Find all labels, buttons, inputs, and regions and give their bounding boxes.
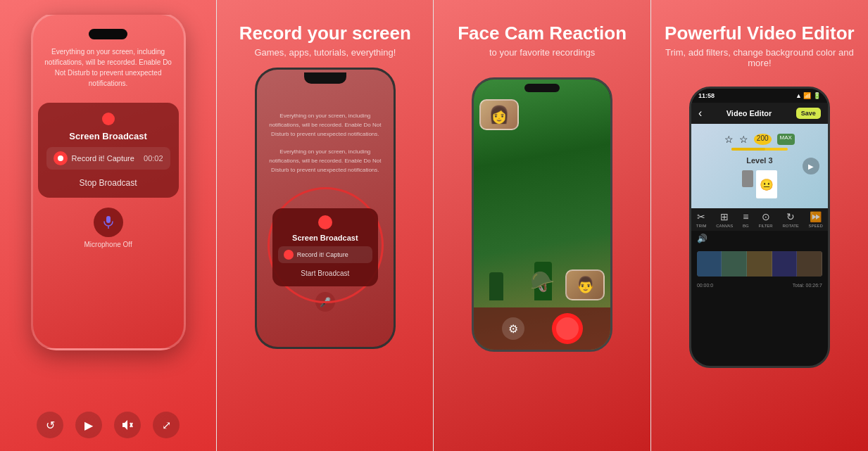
mic-button[interactable]	[94, 208, 123, 237]
svg-point-0	[58, 155, 63, 161]
rotate-tool[interactable]: ↻ ROTATE	[782, 211, 798, 228]
start-broadcast-button[interactable]: Start Broadcast	[301, 267, 349, 279]
phone-mockup-3: 👩 🪖 👨 ⚙	[472, 77, 612, 352]
phone-mockup-1: Everything on your screen, including not…	[31, 13, 186, 350]
record-it-icon	[54, 151, 68, 165]
timeline-end: Total: 00:26:7	[793, 283, 822, 288]
game-controls-bar: ⚙	[474, 307, 610, 350]
popup-row-label: Record it! Capture	[297, 251, 348, 258]
broadcast-card: Screen Broadcast Record it! Capture 00:0…	[38, 103, 179, 198]
timeline-seg-1	[697, 251, 722, 277]
panel-3-title: Face Cam Reaction	[458, 23, 627, 44]
mic-btn-small[interactable]: 🎤	[315, 292, 335, 312]
panel-video-editor: Powerful Video Editor Trim, add filters,…	[651, 0, 868, 451]
progress-bar	[731, 148, 788, 151]
trim-tool[interactable]: ✂ TRIM	[696, 211, 707, 228]
stop-broadcast-button[interactable]: Stop Broadcast	[80, 175, 137, 191]
editor-title: Video Editor	[727, 109, 772, 117]
timeline-seg-5	[797, 251, 822, 277]
timeline-labels: 00:00:0 Total: 00:26:7	[691, 281, 828, 289]
save-button[interactable]: Save	[796, 108, 821, 119]
back-button[interactable]: ‹	[698, 107, 702, 120]
editor-nav: ‹ Video Editor Save	[691, 103, 828, 124]
preview-stars: ☆☆200MAX	[724, 134, 795, 145]
preview-content: ☆☆200MAX Level 3 😐	[724, 134, 795, 198]
face-cam-overlay-top: 👩	[479, 99, 519, 130]
canvas-tool[interactable]: ⊞ CANVAS	[716, 211, 733, 228]
timeline-seg-4	[772, 251, 798, 277]
record-it-left: Record it! Capture	[54, 151, 134, 165]
phone-notch-3	[524, 84, 560, 92]
face-cam-overlay-bottom: 👨	[565, 269, 605, 300]
record-label: Record it! Capture	[72, 154, 134, 163]
svg-rect-1	[106, 216, 111, 223]
play-button[interactable]: ▶	[803, 158, 819, 174]
restart-icon[interactable]: ↺	[37, 412, 63, 438]
panel-record-screen: Record your screen Games, apps, tutorial…	[217, 0, 433, 451]
broadcast-icon-row	[102, 113, 115, 125]
play-icon[interactable]: ▶	[75, 412, 102, 438]
popup-rec-icon	[318, 215, 332, 229]
speed-tool[interactable]: ⏩ SPEED	[809, 211, 823, 228]
broadcast-overlay: Screen Broadcast Record it! Capture Star…	[269, 208, 382, 312]
filter-tool[interactable]: ⊙ FILTER	[758, 211, 772, 228]
phone-mockup-2: Everything on your screen, includingnoti…	[255, 68, 396, 349]
mute-icon[interactable]	[114, 412, 141, 438]
editor-preview: ☆☆200MAX Level 3 😐 ▶	[691, 124, 828, 208]
bottom-controls: ↺ ▶ ⤢	[31, 407, 186, 438]
settings-button[interactable]: ⚙	[502, 317, 524, 340]
mic-section: Microphone Off	[84, 208, 132, 249]
game-character: 🪖	[530, 270, 555, 293]
game-platforms: 😐	[742, 170, 777, 198]
panel-2-title: Record your screen	[239, 23, 411, 44]
broadcast-popup: Screen Broadcast Record it! Capture Star…	[272, 208, 378, 286]
popup-title: Screen Broadcast	[292, 234, 358, 242]
record-it-row[interactable]: Record it! Capture 00:02	[46, 147, 170, 170]
panel-face-cam: Face Cam Reaction to your favorite recor…	[434, 0, 650, 451]
timeline-seg-3	[747, 251, 772, 277]
record-dot-icon	[102, 113, 115, 125]
phone-notch	[89, 29, 127, 39]
record-timer: 00:02	[144, 154, 163, 163]
timeline-start: 00:00:0	[697, 283, 713, 288]
level-text: Level 3	[746, 156, 772, 165]
screen-info-text: Everything on your screen, includingnoti…	[265, 112, 385, 175]
toolbar: ✂ TRIM ⊞ CANVAS ≡ BG ⊙ FILTER ↻ ROTATE ⏩…	[691, 208, 828, 231]
panel-2-subtitle: Games, apps, tutorials, everything!	[254, 47, 396, 58]
timeline-seg-2	[722, 251, 747, 277]
popup-record-row[interactable]: Record it! Capture	[278, 246, 372, 263]
bg-tool[interactable]: ≡ BG	[743, 211, 749, 228]
phone-mockup-4: 11:58 ▲ 📶 🔋 ‹ Video Editor Save ☆☆200MAX…	[689, 87, 830, 368]
status-bar-4: 11:58 ▲ 📶 🔋	[691, 89, 828, 103]
timeline-strip[interactable]	[697, 251, 822, 277]
panel-3-subtitle: to your favorite recordings	[489, 47, 595, 58]
volume-icon[interactable]: 🔊	[697, 234, 707, 243]
record-button-big[interactable]	[552, 313, 583, 344]
panel-4-subtitle: Trim, add filters, change background col…	[661, 47, 858, 68]
phone-info-text: Everything on your screen, including not…	[43, 46, 174, 89]
mic-label: Microphone Off	[84, 240, 132, 249]
record-button-inner	[556, 317, 579, 340]
game-screen: 👩 🪖 👨 ⚙	[474, 80, 610, 350]
panel-4-title: Powerful Video Editor	[665, 23, 855, 44]
expand-icon[interactable]: ⤢	[153, 412, 180, 438]
panel-screen-broadcast: Everything on your screen, including not…	[0, 0, 216, 451]
timeline[interactable]	[691, 246, 828, 281]
phone-notch-2	[304, 72, 346, 84]
popup-row-icon	[284, 250, 294, 260]
audio-row: 🔊	[691, 231, 828, 246]
screen-broadcast-label: Screen Broadcast	[69, 131, 147, 141]
status-time: 11:58	[698, 92, 715, 99]
